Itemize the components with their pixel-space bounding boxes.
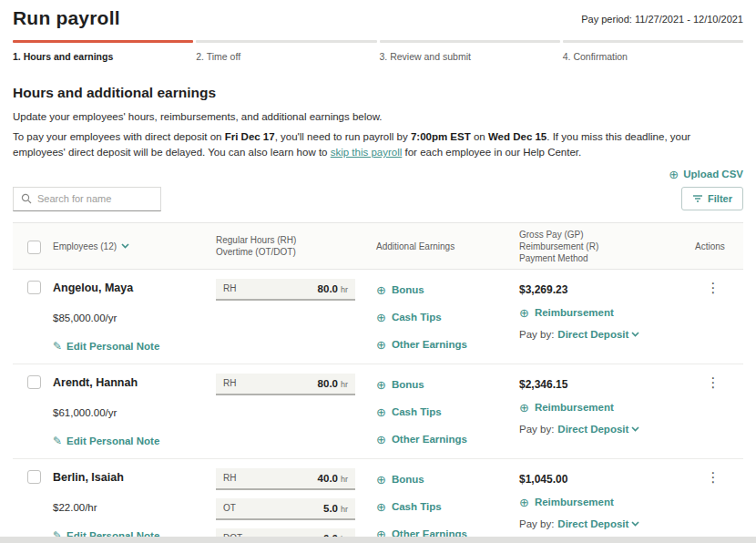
- additional-earnings-cell: ⊕Bonus ⊕Cash Tips ⊕Other Earnings: [376, 374, 519, 451]
- hour-unit: hr: [341, 285, 348, 294]
- hour-value: 5.0: [323, 503, 338, 514]
- reimbursement-link[interactable]: ⊕Reimbursement: [519, 307, 688, 319]
- search-input[interactable]: [37, 193, 153, 204]
- employee-rate: $22.00/hr: [53, 502, 216, 513]
- chevron-down-icon: [631, 332, 639, 337]
- cash-tips-link[interactable]: ⊕Cash Tips: [376, 501, 519, 513]
- row-checkbox[interactable]: [27, 375, 41, 389]
- payment-method-value: Direct Deposit: [557, 424, 628, 435]
- chevron-down-icon: [121, 243, 129, 249]
- gross-pay-amount: $2,346.15: [519, 378, 688, 391]
- step-progress-segment-active: [13, 40, 193, 43]
- step-progress-segment: [380, 40, 560, 43]
- actions-cell: ⋮: [688, 374, 743, 451]
- reimbursement-label: Reimbursement: [535, 307, 614, 318]
- cash-tips-link[interactable]: ⊕Cash Tips: [376, 312, 519, 323]
- filter-button-label: Filter: [708, 193, 732, 204]
- reimbursement-link[interactable]: ⊕Reimbursement: [519, 402, 688, 414]
- gross-pay-cell: $2,346.15 ⊕Reimbursement Pay by: Direct …: [519, 374, 688, 451]
- reimbursement-label: Reimbursement: [535, 497, 614, 507]
- edit-personal-note-link[interactable]: ✎ Edit Personal Note: [53, 435, 159, 447]
- hour-code-label: RH: [223, 473, 236, 483]
- bonus-label: Bonus: [392, 284, 424, 295]
- deadline-date-1: Fri Dec 17: [225, 131, 275, 142]
- header-gross-line3: Payment Method: [519, 252, 688, 264]
- payment-method-dropdown[interactable]: Direct Deposit: [557, 329, 639, 340]
- bonus-link[interactable]: ⊕Bonus: [376, 284, 519, 296]
- table-row: Angelou, Maya $85,000.00/yr ✎ Edit Perso…: [13, 270, 743, 364]
- header-additional-earnings: Additional Earnings: [376, 241, 519, 251]
- row-checkbox-cell: [13, 279, 53, 356]
- employee-cell: Berlin, Isaiah $22.00/hr ✎ Edit Personal…: [53, 468, 216, 543]
- deadline-text: To pay your employees with direct deposi…: [13, 129, 743, 161]
- overtime-hours-input[interactable]: OT 5.0hr: [216, 498, 355, 520]
- step-time-off[interactable]: 2. Time off: [196, 51, 376, 62]
- hour-value: 80.0: [318, 378, 338, 389]
- page-cutoff-strip: [0, 537, 756, 543]
- pencil-icon: ✎: [53, 435, 62, 447]
- upload-csv-row: ⊕ Upload CSV: [13, 169, 743, 180]
- cash-tips-link[interactable]: ⊕Cash Tips: [376, 406, 519, 418]
- upload-csv-label: Upload CSV: [683, 169, 743, 179]
- skip-this-payroll-link[interactable]: skip this payroll: [331, 147, 403, 158]
- actions-cell: ⋮: [688, 279, 743, 356]
- search-box[interactable]: [13, 187, 161, 211]
- regular-hours-input[interactable]: RH 80.0hr: [216, 279, 355, 301]
- payment-method-dropdown[interactable]: Direct Deposit: [557, 424, 639, 435]
- additional-earnings-cell: ⊕Bonus ⊕Cash Tips ⊕Other Earnings: [376, 279, 519, 356]
- chevron-down-icon: [631, 426, 639, 432]
- edit-personal-note-link[interactable]: ✎ Edit Personal Note: [53, 340, 159, 353]
- bonus-link[interactable]: ⊕Bonus: [376, 474, 519, 486]
- hour-unit: hr: [341, 505, 348, 514]
- payment-method-value: Direct Deposit: [557, 329, 628, 340]
- payment-method: Pay by: Direct Deposit: [519, 329, 688, 340]
- other-earnings-link[interactable]: ⊕Other Earnings: [376, 434, 519, 446]
- kebab-menu-icon[interactable]: ⋮: [702, 375, 724, 389]
- page-title: Run payroll: [13, 7, 120, 29]
- stepper-labels: 1. Hours and earnings 2. Time off 3. Rev…: [13, 51, 743, 62]
- row-checkbox[interactable]: [27, 281, 41, 294]
- run-payroll-page: Run payroll Pay period: 11/27/2021 - 12/…: [0, 0, 756, 543]
- header-gross-pay: Gross Pay (GP) Reimbursement (R) Payment…: [519, 229, 688, 264]
- deadline-pre: To pay your employees with direct deposi…: [13, 131, 225, 142]
- employee-rate: $85,000.00/yr: [53, 312, 216, 323]
- pencil-icon: ✎: [53, 340, 62, 353]
- header-checkbox-cell: [13, 239, 53, 254]
- bonus-link[interactable]: ⊕Bonus: [376, 379, 519, 391]
- reimbursement-link[interactable]: ⊕Reimbursement: [519, 497, 688, 508]
- edit-note-label: Edit Personal Note: [66, 341, 159, 352]
- kebab-menu-icon[interactable]: ⋮: [702, 281, 724, 294]
- step-hours-and-earnings[interactable]: 1. Hours and earnings: [13, 51, 193, 62]
- deadline-post: for each employee in our Help Center.: [402, 147, 581, 158]
- header-employees[interactable]: Employees (12): [53, 241, 216, 251]
- kebab-menu-icon[interactable]: ⋮: [702, 470, 724, 484]
- table-toolbar: Filter: [13, 187, 743, 211]
- regular-hours-input[interactable]: RH 40.0hr: [216, 468, 355, 490]
- filter-button[interactable]: Filter: [681, 187, 743, 210]
- header-gross-line2: Reimbursement (R): [519, 241, 688, 252]
- regular-hours-input[interactable]: RH 80.0hr: [216, 374, 355, 395]
- payment-method-dropdown[interactable]: Direct Deposit: [557, 518, 639, 529]
- row-checkbox[interactable]: [27, 470, 41, 484]
- hour-code-label: RH: [223, 283, 236, 293]
- header-hours-line2: Overtime (OT/DOT): [216, 246, 376, 258]
- other-earnings-link[interactable]: ⊕Other Earnings: [376, 339, 519, 351]
- step-review-and-submit[interactable]: 3. Review and submit: [380, 51, 560, 62]
- gross-pay-cell: $1,045.00 ⊕Reimbursement Pay by: Direct …: [519, 468, 688, 543]
- select-all-checkbox[interactable]: [27, 241, 41, 254]
- plus-circle-icon: ⊕: [376, 312, 386, 323]
- pay-by-label: Pay by:: [519, 424, 554, 435]
- section-heading: Hours and additional earnings: [13, 85, 743, 101]
- payment-method: Pay by: Direct Deposit: [519, 518, 688, 529]
- additional-earnings-cell: ⊕Bonus ⊕Cash Tips ⊕Other Earnings: [376, 468, 519, 543]
- hour-code-label: RH: [223, 378, 236, 388]
- row-checkbox-cell: [13, 374, 53, 451]
- stepper-track: [13, 40, 743, 43]
- table-row: Berlin, Isaiah $22.00/hr ✎ Edit Personal…: [13, 459, 743, 543]
- employees-header-label: Employees (12): [53, 241, 117, 251]
- plus-circle-icon: ⊕: [376, 406, 386, 418]
- upload-csv-link[interactable]: ⊕ Upload CSV: [669, 169, 743, 180]
- step-progress-segment: [196, 40, 376, 43]
- step-confirmation[interactable]: 4. Confirmation: [563, 51, 743, 62]
- hour-unit: hr: [341, 380, 348, 389]
